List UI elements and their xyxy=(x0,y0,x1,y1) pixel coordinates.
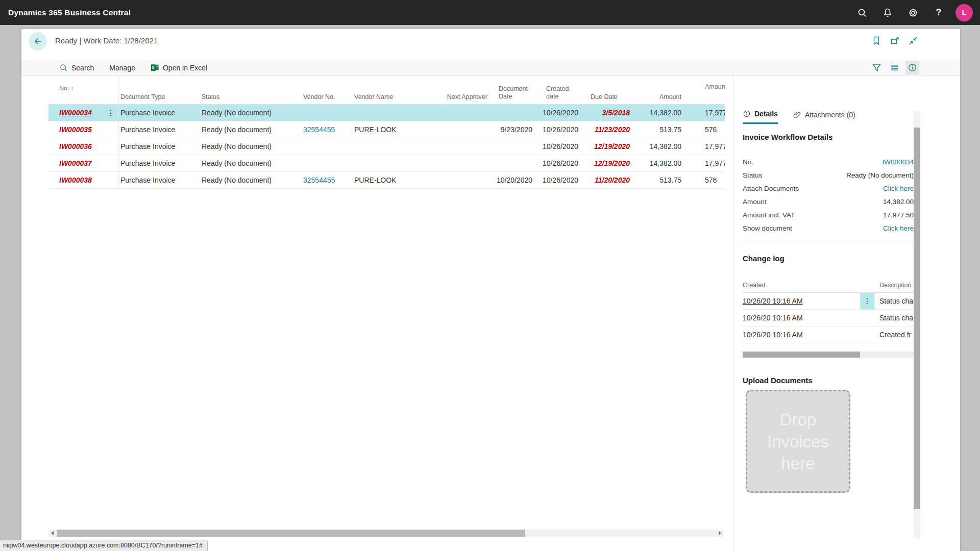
invoice-row[interactable]: IW000034 ⋮ Purchase Invoice Ready (No do… xyxy=(48,105,725,121)
column-header-status[interactable]: Status xyxy=(202,76,303,104)
changelog-row[interactable]: 10/26/20 10:16 AM ⋮ Status cha xyxy=(743,293,914,310)
column-header-created-date[interactable]: Created, date xyxy=(534,76,580,104)
column-header-vendor-name[interactable]: Vendor Name xyxy=(354,76,447,104)
cell-vendor-no[interactable]: 32554455 xyxy=(303,176,354,184)
field-value[interactable]: Click here xyxy=(883,224,914,232)
scroll-right-arrow[interactable] xyxy=(716,530,723,537)
cell-amount: 513.75 xyxy=(631,126,683,134)
settings-gear-icon[interactable] xyxy=(900,0,926,25)
toolbar-search-button[interactable]: Search xyxy=(59,63,94,72)
changelog-column-created[interactable]: Created xyxy=(743,282,879,292)
cell-amount: 14,382.00 xyxy=(631,142,683,151)
titlebar: Dynamics 365 Business Central ? L xyxy=(0,0,980,25)
invoice-row[interactable]: IW000036 ⋮ Purchase Invoice Ready (No do… xyxy=(48,138,725,155)
toolbar-open-in-excel-button[interactable]: Open in Excel xyxy=(151,63,207,72)
cell-amount-incl-vat: 576 xyxy=(683,176,725,184)
cell-amount-incl-vat: 17,977 xyxy=(683,142,725,151)
tab-details[interactable]: Details xyxy=(743,110,778,124)
cell-status: Ready (No document) xyxy=(202,109,303,117)
cell-due-date: 12/19/2020 xyxy=(580,142,631,151)
factbox-pane: Details Attachments (0) Invoice Workflow… xyxy=(733,76,960,551)
bookmark-icon[interactable] xyxy=(871,36,883,47)
list-view-icon[interactable] xyxy=(888,61,901,74)
column-header-amount[interactable]: Amount xyxy=(631,76,683,104)
horizontal-scrollbar[interactable] xyxy=(48,530,723,537)
column-header-vendor-no[interactable]: Vendor No. xyxy=(303,76,354,104)
changelog-created[interactable]: 10/26/20 10:16 AM xyxy=(743,297,803,305)
cell-document-type: Purchase Invoice xyxy=(120,176,202,184)
factbox-vertical-scrollbar[interactable] xyxy=(914,111,920,538)
factbox-scrollbar-thumb[interactable] xyxy=(914,128,920,509)
invoice-row[interactable]: IW000038 ⋮ Purchase Invoice Ready (No do… xyxy=(48,172,725,189)
cell-status: Ready (No document) xyxy=(202,142,303,151)
changelog-row[interactable]: 10/26/20 10:16 AM ⋮ Status cha xyxy=(743,310,914,327)
factbox-field-row: Status Ready (No document) xyxy=(743,168,914,182)
field-value[interactable]: IW000034 xyxy=(882,158,914,166)
cell-due-date: 3/5/2018 xyxy=(580,109,631,117)
sort-ascending-icon: ↑ xyxy=(70,85,74,91)
factbox-section-title: Invoice Workflow Details xyxy=(743,133,914,141)
cell-no[interactable]: IW000035 ⋮ xyxy=(48,126,120,134)
cell-due-date: 11/23/2020 xyxy=(580,126,631,134)
cell-document-date: 10/20/2020 xyxy=(491,176,534,184)
factbox-tabs: Details Attachments (0) xyxy=(743,110,914,124)
horizontal-scrollbar-thumb[interactable] xyxy=(57,530,525,537)
changelog-row-options-ellipsis-icon[interactable]: ⋮ xyxy=(860,293,874,310)
row-options-ellipsis-icon[interactable]: ⋮ xyxy=(107,109,114,117)
collapse-icon[interactable] xyxy=(908,36,919,47)
back-button[interactable] xyxy=(29,32,47,51)
column-header-next-approver[interactable]: Next Approver xyxy=(447,76,491,104)
tab-attachments[interactable]: Attachments (0) xyxy=(793,110,855,124)
field-value: 17,977.50 xyxy=(883,211,914,219)
cell-created-date: 10/26/2020 xyxy=(534,176,580,184)
cell-no[interactable]: IW000034 ⋮ xyxy=(48,109,120,117)
invoice-row[interactable]: IW000035 ⋮ Purchase Invoice Ready (No do… xyxy=(48,121,725,138)
filter-icon[interactable] xyxy=(870,61,884,74)
cell-no[interactable]: IW000038 ⋮ xyxy=(48,176,120,184)
changelog-horizontal-scrollbar[interactable] xyxy=(743,352,914,358)
field-label: Attach Documents xyxy=(743,185,799,192)
cell-amount-incl-vat: 576 xyxy=(683,126,725,134)
page-background: Ready | Work Date: 1/28/2021 xyxy=(0,25,980,551)
grid-body: IW000034 ⋮ Purchase Invoice Ready (No do… xyxy=(48,105,725,189)
changelog-created[interactable]: 10/26/20 10:16 AM xyxy=(743,331,803,339)
column-header-document-type[interactable]: Document Type xyxy=(120,76,202,104)
field-value[interactable]: Click here xyxy=(883,185,914,192)
details-info-icon[interactable] xyxy=(905,61,919,74)
cell-created-date: 10/26/2020 xyxy=(534,126,580,134)
cell-document-type: Purchase Invoice xyxy=(120,142,202,151)
notifications-bell-icon[interactable] xyxy=(875,0,900,25)
cell-document-date: 9/23/2020 xyxy=(491,126,534,134)
changelog-scrollbar-thumb[interactable] xyxy=(743,352,860,358)
search-icon xyxy=(59,63,68,72)
changelog-created[interactable]: 10/26/20 10:16 AM xyxy=(743,314,803,322)
changelog-row[interactable]: 10/26/20 10:16 AM ⋮ Created fr xyxy=(743,327,914,343)
drop-invoices-dropzone[interactable]: Drop Invoices here xyxy=(746,390,850,493)
factbox-field-row: No. IW000034 xyxy=(743,155,914,168)
scroll-left-arrow[interactable] xyxy=(48,530,56,537)
open-in-new-window-icon[interactable] xyxy=(890,36,901,47)
column-header-amount-incl-vat[interactable]: Amount xyxy=(683,76,725,104)
cell-no[interactable]: IW000036 ⋮ xyxy=(48,142,120,151)
info-icon xyxy=(743,110,751,118)
help-icon[interactable]: ? xyxy=(926,0,951,25)
user-avatar[interactable]: L xyxy=(955,4,973,21)
field-value: Ready (No document) xyxy=(846,171,914,179)
column-header-due-date[interactable]: Due Date xyxy=(580,76,631,104)
field-label: Amount incl. VAT xyxy=(743,211,795,219)
cell-no[interactable]: IW000037 ⋮ xyxy=(48,159,120,167)
changelog-body: 10/26/20 10:16 AM ⋮ Status cha 10/26/20 … xyxy=(743,293,914,343)
changelog-description: Created fr xyxy=(879,331,914,339)
cell-created-date: 10/26/2020 xyxy=(534,142,580,151)
column-header-no[interactable]: No. ↑ xyxy=(48,76,120,104)
changelog-description: Status cha xyxy=(879,297,914,305)
cell-document-type: Purchase Invoice xyxy=(120,126,202,134)
card-header: Ready | Work Date: 1/28/2021 xyxy=(21,29,960,56)
search-icon[interactable] xyxy=(849,0,875,25)
column-header-document-date[interactable]: Document Date xyxy=(491,76,534,104)
cell-status: Ready (No document) xyxy=(202,126,303,134)
changelog-column-description[interactable]: Description xyxy=(879,282,914,292)
toolbar-manage-button[interactable]: Manage xyxy=(109,64,135,72)
invoice-row[interactable]: IW000037 ⋮ Purchase Invoice Ready (No do… xyxy=(48,155,725,172)
cell-vendor-no[interactable]: 32554455 xyxy=(303,126,354,134)
